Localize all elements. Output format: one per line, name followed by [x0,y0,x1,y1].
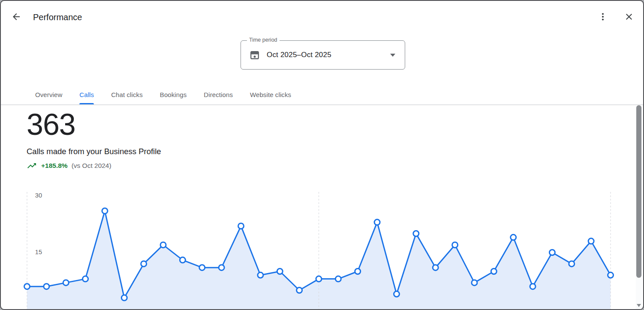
data-point-day-18[interactable] [355,269,361,274]
scroll-down-arrow-icon[interactable] [637,304,641,307]
y-axis-tick-label: 30 [35,192,42,199]
comparison-period: (vs Oct 2024) [72,162,111,170]
data-point-day-5[interactable] [102,208,108,214]
data-point-day-3[interactable] [63,280,69,286]
data-point-day-29[interactable] [569,261,575,267]
tab-website-clicks[interactable]: Website clicks [250,85,291,104]
time-period-select[interactable]: Time period Oct 2025–Oct 2025 [241,40,405,70]
data-point-day-26[interactable] [511,234,516,240]
tab-directions[interactable]: Directions [204,85,233,104]
back-arrow-icon [11,12,21,22]
y-axis-tick-label: 15 [35,249,42,255]
dropdown-arrow-icon [390,54,395,57]
performance-dialog: Performance Time period Oct 2025–Oct 202… [0,0,644,310]
tab-calls[interactable]: Calls [79,85,94,104]
data-point-day-23[interactable] [452,242,458,248]
calendar-icon [250,50,259,60]
chart-area-fill [27,211,611,309]
data-point-day-30[interactable] [588,238,594,244]
data-point-day-8[interactable] [160,242,166,248]
data-point-day-12[interactable] [238,223,244,229]
data-point-day-25[interactable] [491,269,497,274]
close-icon [624,12,634,22]
time-period-value: Oct 2025–Oct 2025 [267,51,331,59]
data-point-day-13[interactable] [258,272,263,278]
tab-overview[interactable]: Overview [35,85,62,104]
header-divider [1,104,643,105]
change-percent: +185.8% [41,162,68,170]
data-point-day-31[interactable] [608,272,614,278]
close-button[interactable] [624,12,634,22]
kebab-menu-icon [598,12,608,22]
scrollbar-thumb[interactable] [636,105,641,278]
data-point-day-4[interactable] [83,276,88,282]
data-point-day-16[interactable] [316,276,322,282]
data-point-day-24[interactable] [472,280,477,286]
data-point-day-11[interactable] [219,265,224,270]
metric-tabs: Overview Calls Chat clicks Bookings Dire… [35,85,291,104]
data-point-day-10[interactable] [199,265,205,270]
metric-description: Calls made from your Business Profile [27,147,161,156]
back-button[interactable] [11,12,21,22]
vertical-scrollbar-track[interactable] [636,105,642,309]
trending-up-icon [27,161,37,171]
tab-bookings[interactable]: Bookings [160,85,187,104]
data-point-day-19[interactable] [374,219,380,225]
data-point-day-17[interactable] [335,276,341,282]
data-point-day-21[interactable] [413,231,419,237]
total-calls-value: 363 [27,106,75,143]
tab-chat-clicks[interactable]: Chat clicks [111,85,143,104]
data-point-day-20[interactable] [394,291,399,297]
data-point-day-15[interactable] [297,288,302,293]
data-point-day-7[interactable] [141,261,147,267]
data-point-day-28[interactable] [549,250,555,255]
data-point-day-6[interactable] [121,295,127,301]
more-options-button[interactable] [598,12,608,22]
data-point-day-14[interactable] [277,269,283,274]
data-point-day-2[interactable] [44,284,49,289]
calls-line-chart: 1530 [1,185,644,310]
data-point-day-9[interactable] [180,257,185,263]
time-period-label: Time period [247,37,280,43]
data-point-day-27[interactable] [530,284,536,289]
page-title: Performance [33,12,82,22]
data-point-day-1[interactable] [24,284,30,289]
trend-row: +185.8% (vs Oct 2024) [27,161,111,171]
data-point-day-22[interactable] [433,265,438,270]
